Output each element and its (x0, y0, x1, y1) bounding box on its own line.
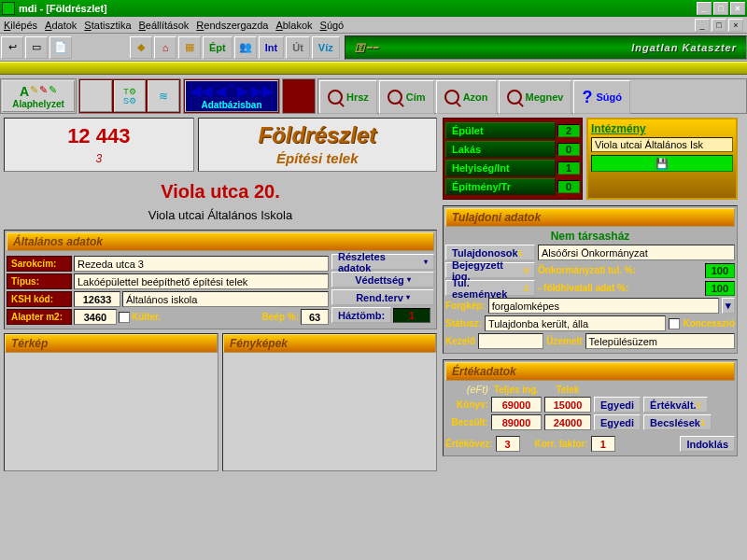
sarokcim-label: Sarokcím: (7, 256, 72, 272)
nav-alaphelyzet[interactable]: A✎✎✎ Alaphelyzet (2, 80, 75, 112)
onk-pct: 100 (705, 263, 735, 278)
tool-ept[interactable]: Épt (203, 36, 233, 59)
menu-ablakok[interactable]: Ablakok (275, 20, 312, 31)
menu-adatok[interactable]: Adatok (45, 20, 77, 31)
brand-banner: ⚿━━Ingatlan Kataszter (345, 35, 747, 60)
forgkep-select[interactable] (488, 298, 719, 314)
window-title: mdi - [Földrészlet] (19, 3, 107, 14)
menu-beallitasok[interactable]: Beállítások (139, 20, 190, 31)
tool-viz[interactable]: Víz (312, 36, 340, 59)
close-button[interactable]: × (730, 2, 745, 15)
tool-building-icon[interactable]: ▦ (178, 36, 201, 59)
nav-adatbazisban[interactable]: ◀◀◀?▶▶▶ Adatbázisban (185, 80, 278, 112)
forgkep-dropdown-icon[interactable]: ▾ (722, 298, 735, 314)
kulter-label: Külter. (132, 312, 161, 322)
query-help[interactable]: ?Súgó (573, 80, 630, 114)
nav-filters2-icon[interactable]: ≋ (148, 80, 179, 112)
indoklas-button[interactable]: Indoklás (680, 436, 735, 452)
statusz-input[interactable] (485, 315, 667, 331)
nav-zoom-icon[interactable] (80, 80, 112, 112)
tool-window-icon[interactable]: ▭ (25, 36, 48, 59)
query-hrsz[interactable]: Hrsz (319, 80, 377, 114)
menu-kilepes[interactable]: KKilépésilépés (4, 20, 37, 31)
menu-sugo[interactable]: Súgó (320, 20, 345, 31)
value-panel: Értékadatok (eFt)Teljes ing.Telek Könyv:… (443, 359, 738, 456)
vedettseg-button[interactable]: Védettség▾ (331, 272, 434, 287)
egyedi1-button[interactable]: Egyedi (594, 397, 641, 413)
tool-logout-icon[interactable]: ↩ (1, 36, 23, 59)
tab-epulet[interactable]: Épület (445, 122, 556, 139)
ksh-input[interactable] (74, 291, 120, 307)
child-close-button[interactable]: × (728, 19, 743, 32)
institution-link[interactable]: Intézmény (591, 122, 733, 135)
telek-label: Telek (544, 385, 591, 395)
ownership-panel: Tulajdoni adatok Nem társasház Tulajdono… (443, 205, 738, 354)
query-cim[interactable]: Cím (379, 80, 434, 114)
konyv-label: Könyv: (445, 399, 488, 410)
beep-input[interactable] (301, 309, 329, 325)
menu-statisztika[interactable]: Statisztika (84, 20, 131, 31)
bejegyzett-button[interactable]: Bejegyzett jog.0 (445, 262, 535, 278)
nem-tarsashaz: Nem társasház (445, 230, 735, 243)
child-minimize-button[interactable]: _ (695, 19, 710, 32)
institution-value: Viola utcai Általános Isk (591, 137, 733, 152)
konyv-teljes[interactable] (491, 397, 542, 413)
becsult-label: Becsült: (445, 417, 488, 427)
tool-doc-icon[interactable]: 📄 (49, 36, 72, 59)
tab-helyiseg[interactable]: Helyiség/Int (445, 160, 556, 176)
tab-lakas[interactable]: Lakás (445, 141, 556, 158)
haztomb-button[interactable]: Háztömb: (331, 307, 391, 323)
ksh-label: KSH kód: (7, 291, 72, 307)
rendterv-button[interactable]: Rend.terv▾ (331, 289, 434, 305)
esemenyek-button[interactable]: Tul. események2 (445, 280, 535, 296)
egyedi2-button[interactable]: Egyedi (594, 414, 641, 430)
reszletes-button[interactable]: Részletes adatok▾ (331, 254, 434, 270)
koncesszio-label: Koncesszió (683, 318, 735, 329)
tipus-label: Típus: (7, 273, 72, 289)
tool-book-icon[interactable]: ◆ (130, 36, 152, 59)
query-azon[interactable]: Azon (436, 80, 497, 114)
maximize-button[interactable]: □ (713, 2, 728, 15)
tool-ut[interactable]: Út (286, 36, 310, 59)
child-maximize-button[interactable]: □ (712, 19, 726, 32)
haztomb-value: 1 (393, 308, 430, 323)
tipus-input[interactable] (74, 273, 329, 289)
disk-icon: 💾 (655, 158, 669, 170)
save-bar-button[interactable]: 💾 (591, 155, 733, 172)
minimize-button[interactable]: _ (697, 2, 712, 15)
ertekkovez-input[interactable] (496, 436, 520, 452)
becsult-teljes[interactable] (491, 414, 542, 430)
ertekkovez-label: Értékövez: (445, 439, 493, 449)
menu-rendszergazda[interactable]: Rendszergazda (196, 20, 268, 31)
tool-int[interactable]: Int (259, 36, 284, 59)
uzemelt-input[interactable] (585, 333, 735, 349)
kezelo-input[interactable] (478, 333, 543, 349)
address: Viola utca 20. (4, 181, 437, 203)
konyv-telek[interactable] (544, 397, 591, 413)
epulet-count: 2 (557, 124, 580, 137)
ksh-text-input[interactable] (122, 291, 329, 307)
onk-label: Önkormányzati tul. %: (538, 265, 702, 275)
becslesek-button[interactable]: Becslések1 (643, 414, 712, 430)
map-panel: Térkép (4, 333, 218, 471)
query-megnev[interactable]: Megnev (499, 80, 572, 114)
teljes-label: Teljes ing. (491, 385, 542, 395)
tulajdonos-input[interactable] (538, 245, 735, 260)
record-id-box: 12 443 3 (4, 118, 194, 172)
kulter-checkbox[interactable] (119, 312, 130, 323)
koncesszio-checkbox[interactable] (669, 318, 680, 329)
becsult-telek[interactable] (544, 414, 591, 430)
nav-filters-icon[interactable]: T⚙S⚙ (114, 80, 146, 112)
korr-input[interactable] (591, 436, 615, 452)
record-title-box: Földrészlet Építési telek (198, 118, 437, 172)
tool-people-icon[interactable]: 👥 (234, 36, 257, 59)
sarokcim-input[interactable] (74, 256, 329, 272)
ertekvalt-button[interactable]: Értékvált.1 (643, 397, 708, 413)
alapter-input[interactable] (74, 309, 117, 325)
app-icon (2, 2, 15, 15)
tab-epitmeny[interactable]: Építmény/Tr (445, 178, 556, 195)
kezelo-label: Kezelő (445, 336, 475, 346)
korr-label: Korr. faktor: (535, 439, 588, 449)
tulajdonosok-button[interactable]: Tulajdonosok1 (445, 245, 535, 260)
tool-house-icon[interactable]: ⌂ (154, 36, 176, 59)
